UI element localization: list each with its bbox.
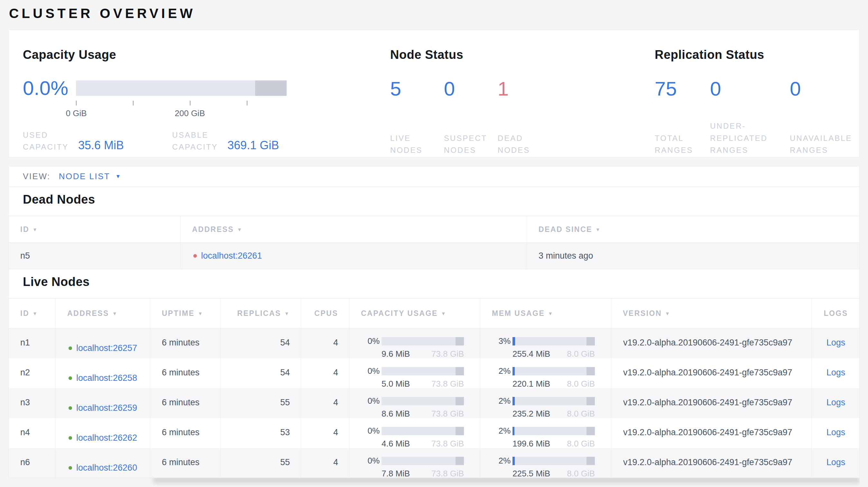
capacity-bar <box>381 397 464 405</box>
table-row: n6 localhost:26260 6 minutes 55 4 0% 7.8… <box>9 448 859 478</box>
logs-link[interactable]: Logs <box>827 338 845 347</box>
col-id[interactable]: ID ▼ <box>9 298 56 328</box>
capacity-usage-chart: 0.0% <box>23 77 390 99</box>
dead-col-dead-since[interactable]: DEAD SINCE ▼ <box>527 216 860 242</box>
col-version[interactable]: VERSION ▼ <box>611 298 812 328</box>
node-address-cell: localhost:26257 <box>56 328 150 359</box>
col-replicas[interactable]: REPLICAS ▼ <box>221 298 301 328</box>
logs-link[interactable]: Logs <box>827 457 845 467</box>
page-bottom-shadow <box>8 478 860 487</box>
capacity-bar-other-segment <box>255 80 287 96</box>
capacity-usage-cell: 0% 5.0 MiB 73.8 GiB <box>349 358 480 389</box>
logs-link[interactable]: Logs <box>827 368 845 377</box>
mem-bar <box>513 337 595 346</box>
col-cpus[interactable]: CPUS <box>301 298 349 328</box>
mem-used: 235.2 MiB <box>513 409 550 419</box>
capacity-percent: 0% <box>361 336 380 346</box>
bar-used-segment <box>513 457 515 465</box>
view-dropdown[interactable]: NODE LIST ▼ <box>59 171 122 182</box>
logs-cell: Logs <box>812 358 860 389</box>
capacity-bar <box>381 457 464 465</box>
axis-tick <box>133 101 133 105</box>
node-version: v19.2.0-alpha.20190606-2491-gfe735c9a97 <box>611 448 812 479</box>
bar-other-segment <box>587 367 595 376</box>
node-uptime: 6 minutes <box>150 418 221 449</box>
suspect-nodes-stat: 0 SUSPECT NODES <box>444 79 498 156</box>
dead-col-address[interactable]: ADDRESS ▼ <box>181 216 527 242</box>
live-status-dot-icon <box>68 347 72 350</box>
col-address[interactable]: ADDRESS ▼ <box>56 298 150 328</box>
live-nodes-label: LIVE NODES <box>390 132 444 156</box>
node-address-link[interactable]: localhost:26257 <box>76 343 137 354</box>
sort-arrow-icon: ▼ <box>112 311 118 316</box>
sort-arrow-icon: ▼ <box>32 227 38 232</box>
table-row: n3 localhost:26259 6 minutes 55 4 0% 8.6… <box>9 388 859 418</box>
node-status-section: Node Status 5 LIVE NODES 0 SUSPECT NODES… <box>390 46 655 157</box>
unavailable-ranges-label: UNAVAILABLE RANGES <box>790 132 845 156</box>
replication-status-title: Replication Status <box>655 46 845 63</box>
col-logs: LOGS <box>812 298 860 328</box>
node-uptime: 6 minutes <box>150 358 221 389</box>
node-version: v19.2.0-alpha.20190606-2491-gfe735c9a97 <box>611 358 812 389</box>
mem-usage-cell: 2% 235.2 MiB 8.0 GiB <box>480 388 611 419</box>
bar-other-segment <box>456 337 464 346</box>
mem-used: 199.6 MiB <box>513 439 550 449</box>
live-nodes-stat: 5 LIVE NODES <box>390 79 444 156</box>
view-dropdown-value: NODE LIST <box>59 171 110 182</box>
node-uptime: 6 minutes <box>150 328 221 359</box>
capacity-usage-title: Capacity Usage <box>23 46 390 63</box>
node-id: n6 <box>9 448 56 479</box>
mem-percent: 2% <box>492 396 510 406</box>
logs-link[interactable]: Logs <box>827 397 845 407</box>
node-address-link[interactable]: localhost:26259 <box>76 402 137 413</box>
live-status-dot-icon <box>68 406 72 410</box>
capacity-total: 73.8 GiB <box>431 409 464 419</box>
under-replicated-label: UNDER- REPLICATED RANGES <box>710 120 790 156</box>
mem-percent: 2% <box>492 456 510 466</box>
sort-arrow-icon: ▼ <box>665 311 671 316</box>
bar-other-segment <box>456 397 464 405</box>
used-capacity-stat: USED CAPACITY 35.6 MiB <box>23 129 124 153</box>
col-uptime[interactable]: UPTIME ▼ <box>150 298 221 328</box>
node-address-cell: localhost:26259 <box>56 388 150 419</box>
capacity-percent: 0% <box>361 456 380 466</box>
capacity-used: 5.0 MiB <box>381 379 410 389</box>
node-status-title: Node Status <box>390 46 655 63</box>
table-row: n2 localhost:26258 6 minutes 54 4 0% 5.0… <box>9 358 859 388</box>
live-nodes-count: 5 <box>390 79 444 99</box>
capacity-usage-cell: 0% 4.6 MiB 73.8 GiB <box>349 418 480 449</box>
node-address-link[interactable]: localhost:26262 <box>76 432 137 443</box>
live-nodes-title: Live Nodes <box>23 274 859 290</box>
bar-other-segment <box>587 457 595 465</box>
unavailable-ranges-count: 0 <box>790 79 845 99</box>
logs-cell: Logs <box>812 448 860 479</box>
view-selector-bar: VIEW: NODE LIST ▼ <box>9 166 859 187</box>
unavailable-ranges-stat: 0 UNAVAILABLE RANGES <box>790 79 845 156</box>
capacity-total: 73.8 GiB <box>431 349 464 359</box>
capacity-total: 73.8 GiB <box>431 439 464 449</box>
capacity-used: 8.6 MiB <box>381 409 410 419</box>
dead-node-dead-since: 3 minutes ago <box>527 243 860 269</box>
view-label: VIEW: <box>23 171 51 182</box>
col-mem-usage[interactable]: MEM USAGE ▼ <box>480 298 611 328</box>
node-cpus: 4 <box>301 358 349 389</box>
node-replicas: 53 <box>221 418 301 449</box>
capacity-used: 9.6 MiB <box>381 349 410 359</box>
capacity-usage-cell: 0% 8.6 MiB 73.8 GiB <box>349 388 480 419</box>
mem-total: 8.0 GiB <box>567 349 595 359</box>
col-capacity-usage[interactable]: CAPACITY USAGE ▼ <box>349 298 480 328</box>
mem-percent: 2% <box>492 426 510 436</box>
dead-nodes-count: 1 <box>498 79 551 99</box>
node-address-link[interactable]: localhost:26258 <box>76 372 137 383</box>
dead-node-address-cell: localhost:26261 <box>181 243 527 269</box>
node-address-link[interactable]: localhost:26260 <box>76 462 137 473</box>
mem-used: 255.4 MiB <box>513 349 550 359</box>
dead-node-row: n5 localhost:26261 3 minutes ago <box>9 243 859 269</box>
axis-tick <box>76 101 76 105</box>
dead-node-address-link[interactable]: localhost:26261 <box>201 251 262 261</box>
logs-link[interactable]: Logs <box>827 427 845 437</box>
mem-total: 8.0 GiB <box>567 379 595 389</box>
axis-tick-label: 0 GiB <box>66 108 87 118</box>
capacity-percent: 0% <box>361 426 380 436</box>
dead-col-id[interactable]: ID ▼ <box>9 216 181 242</box>
